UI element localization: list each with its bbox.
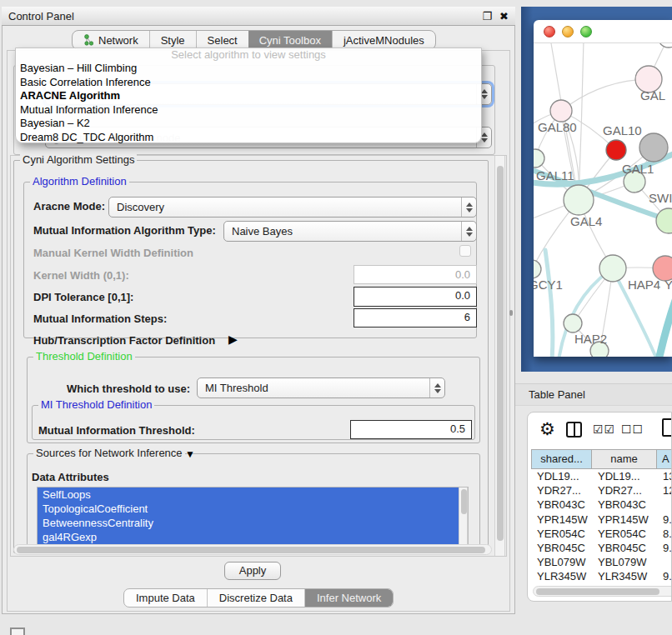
cyni-algorithm-settings-title: Cyni Algorithm Settings — [20, 153, 137, 166]
control-panel-titlebar: Control Panel ❐ ✖ — [2, 7, 515, 26]
which-threshold-combo[interactable]: MI Threshold — [197, 378, 445, 398]
column-header-shared-name[interactable]: shared... — [531, 449, 592, 469]
table-panel-titlebar: Table Panel — [515, 383, 672, 406]
close-window-icon[interactable]: ✖ — [499, 10, 509, 22]
tab-cyni-toolbox[interactable]: Cyni Toolbox — [248, 31, 332, 49]
network-canvas[interactable]: GAL GAL80 GAL10 GAL11 GAL1 GAL4 SWI4 GCY… — [534, 43, 672, 357]
column-header-cut[interactable]: A — [657, 449, 672, 469]
data-attributes-list: SelfLoops TopologicalCoefficient Between… — [37, 487, 469, 545]
manual-kernel-checkbox[interactable] — [459, 245, 471, 257]
node-label: GCY1 — [534, 278, 563, 292]
table-row[interactable]: YBR045C YBR045C 9. — [531, 541, 672, 555]
mi-type-combo[interactable]: Naive Bayes — [223, 221, 477, 242]
list-item[interactable]: BetweennessCentrality — [38, 516, 468, 530]
node-label: GAL — [640, 88, 665, 102]
node-red[interactable] — [606, 140, 626, 160]
which-threshold-label: Which threshold to use: — [67, 382, 190, 395]
list-item[interactable]: SelfLoops — [38, 488, 468, 502]
document-icon[interactable] — [662, 418, 672, 437]
table-row[interactable]: YBL079W YBL079W — [531, 555, 672, 569]
node-swi4[interactable] — [656, 208, 672, 233]
node-gcy1[interactable] — [534, 260, 541, 278]
table-row[interactable]: YDR27... YDR27... 12 — [531, 483, 672, 498]
minimize-traffic-light-icon[interactable] — [562, 26, 574, 38]
table-row[interactable]: YPR145W YPR145W 9. — [531, 512, 672, 527]
node-gal4[interactable] — [564, 185, 594, 215]
combo-stepper-icon — [461, 222, 476, 241]
node-label: Y — [664, 278, 672, 292]
table-row[interactable]: YER054C YER054C 8. — [531, 527, 672, 541]
table-toolbar: ⚙ ☑☑ ☐☐ — [528, 412, 671, 449]
panel-resize-grip[interactable] — [509, 310, 513, 316]
split-columns-icon[interactable] — [566, 422, 582, 438]
tab-impute-data[interactable]: Impute Data — [124, 589, 207, 607]
table-panel-title: Table Panel — [529, 388, 585, 401]
expand-arrow-icon[interactable]: ▶ — [228, 332, 238, 346]
cyni-bottom-tabs: Impute Data Discretize Data Infer Networ… — [123, 588, 394, 608]
tab-label: Network — [98, 34, 138, 47]
table-horizontal-scrollbar[interactable] — [533, 586, 672, 597]
collapse-arrow-icon[interactable]: ▼ — [185, 448, 195, 460]
table-body: YDL19... YDL19... 13 YDR27... YDR27... 1… — [531, 469, 672, 586]
list-vertical-scrollbar[interactable] — [459, 488, 468, 545]
list-item[interactable]: gal4RGexp — [38, 530, 468, 544]
mi-threshold-field[interactable]: 0.5 — [350, 420, 472, 439]
aracne-mode-combo[interactable]: Discovery — [108, 197, 477, 218]
aracne-mode-label: Aracne Mode: — [33, 200, 105, 212]
menu-item[interactable]: Mutual Information Inference — [16, 103, 481, 118]
manual-kernel-label: Manual Kernel Width Definition — [33, 247, 193, 259]
algorithm-definition-title: Algorithm Definition — [30, 175, 129, 188]
apply-button[interactable]: Apply — [224, 562, 281, 580]
zoom-traffic-light-icon[interactable] — [580, 26, 592, 38]
network-window-titlebar[interactable] — [534, 20, 672, 43]
node-hap2[interactable] — [564, 314, 582, 332]
node-label: GAL1 — [622, 162, 654, 176]
tab-jactivemnodules[interactable]: jActiveMNodules — [332, 31, 435, 49]
list-item[interactable]: TopologicalCoefficient — [38, 502, 468, 516]
restore-window-icon[interactable]: ❐ — [482, 10, 492, 22]
table-panel-card: ⚙ ☑☑ ☐☐ shared... name A YDL19... YDL19.… — [527, 412, 672, 602]
tab-style[interactable]: Style — [149, 31, 196, 49]
combo-stepper-icon — [461, 198, 476, 217]
tab-network[interactable]: Network — [73, 31, 149, 49]
sources-title: Sources for Network Inference — [33, 447, 185, 459]
hub-definition-label[interactable]: Hub/Transcription Factor Definition — [33, 334, 215, 347]
node-gal11[interactable] — [534, 149, 544, 168]
tab-discretize-data[interactable]: Discretize Data — [207, 589, 304, 607]
node-label: GAL11 — [536, 168, 574, 182]
node-gal80[interactable] — [550, 100, 572, 122]
node-label: GAL10 — [603, 123, 642, 138]
table-row[interactable]: YBR043C YBR043C — [531, 498, 672, 512]
settings-vertical-scrollbar[interactable] — [494, 156, 505, 556]
column-header-name[interactable]: name — [592, 449, 657, 469]
collapsed-panel-icon[interactable] — [10, 628, 25, 635]
checked-boxes-icon[interactable]: ☑☑ — [593, 422, 615, 436]
dropdown-placeholder: Select algorithm to view settings — [16, 48, 481, 62]
node-hap4[interactable] — [599, 255, 626, 282]
kernel-width-field[interactable]: 0.0 — [354, 265, 477, 284]
node-cut-top[interactable] — [658, 43, 672, 48]
mi-type-label: Mutual Information Algorithm Type: — [33, 224, 216, 237]
tab-select[interactable]: Select — [196, 31, 248, 49]
close-traffic-light-icon[interactable] — [544, 26, 555, 38]
menu-item[interactable]: Basic Correlation Inference — [16, 76, 481, 90]
network-icon — [83, 34, 94, 46]
menu-item[interactable]: Dream8 DC_TDC Algorithm — [16, 131, 481, 145]
unchecked-boxes-icon[interactable]: ☐☐ — [621, 422, 644, 436]
settings-horizontal-scrollbar[interactable] — [13, 544, 492, 555]
menu-item-selected[interactable]: ARACNE Algorithm — [16, 89, 481, 103]
kernel-width-label: Kernel Width (0,1): — [33, 269, 129, 282]
gear-icon[interactable]: ⚙ — [539, 419, 555, 439]
table-row[interactable]: YLR345W YLR345W 9. — [531, 569, 672, 583]
node-label: HAP4 — [628, 278, 660, 292]
node-gray[interactable] — [639, 133, 668, 162]
mi-steps-field[interactable]: 6 — [354, 308, 477, 328]
tab-infer-network[interactable]: Infer Network — [304, 589, 393, 607]
mi-steps-label: Mutual Information Steps: — [33, 312, 167, 325]
menu-item[interactable]: Bayesian – K2 — [16, 117, 481, 131]
table-row[interactable]: YDL19... YDL19... 13 — [531, 469, 672, 483]
dpi-tolerance-field[interactable]: 0.0 — [354, 287, 477, 307]
threshold-definition-title: Threshold Definition — [33, 350, 135, 362]
network-node-labels: GAL GAL80 GAL10 GAL11 GAL1 GAL4 SWI4 GCY… — [534, 88, 672, 346]
menu-item[interactable]: Bayesian – Hill Climbing — [16, 62, 481, 76]
